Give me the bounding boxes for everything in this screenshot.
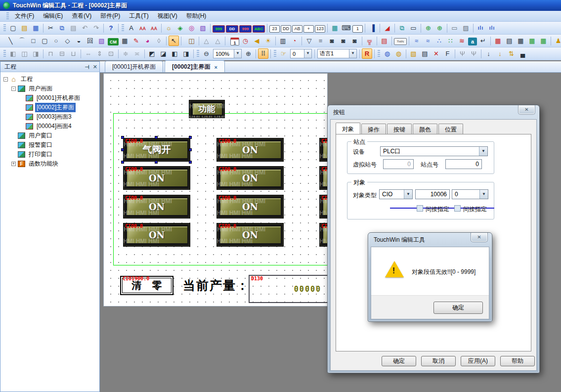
alarm-table-icon[interactable]: ▦ <box>493 36 503 46</box>
globe-upload-icon[interactable]: ⊕ <box>434 23 445 33</box>
backlight-icon[interactable]: ☀ <box>263 36 273 46</box>
fan-icon[interactable]: ◙ <box>338 36 348 46</box>
menu-item-2[interactable]: 查看(V) <box>67 10 96 22</box>
tree-item[interactable]: 报警窗口 <box>0 140 99 150</box>
selection-handle[interactable] <box>121 136 124 139</box>
object-number-input[interactable]: 10006 <box>415 189 450 199</box>
close-panel-icon[interactable]: ✕ <box>93 64 97 70</box>
tree-item[interactable]: +F函数功能块 <box>0 159 99 169</box>
thin-button-icon[interactable]: THIN <box>394 38 407 45</box>
date-icon[interactable]: 1 <box>230 38 239 45</box>
menu-item-5[interactable]: 视图(V) <box>153 10 182 22</box>
dialog-tab-0[interactable]: 对象 <box>336 123 360 135</box>
palette-icon[interactable]: ◕ <box>142 36 153 46</box>
dialog-button-3[interactable]: 帮助 <box>500 356 535 366</box>
trend-chart-icon[interactable]: ≈ <box>411 36 422 46</box>
hmi-button[interactable]: HMI HMI HMI HMI HMI HMI HMI HMI CIO0.0ON <box>123 195 190 218</box>
chevron-down-icon[interactable]: ▼ <box>404 190 412 199</box>
selection-handle[interactable] <box>121 148 124 151</box>
object-type-select[interactable]: CIO ▼ <box>379 189 413 199</box>
dialog-tab-1[interactable]: 操作 <box>361 124 386 135</box>
ship-icon[interactable]: ◢ <box>382 23 392 33</box>
save-icon[interactable]: ▦ <box>31 23 41 33</box>
tree-item[interactable]: 打印窗口 <box>0 150 99 159</box>
globe-download-icon[interactable]: ⊕ <box>423 23 433 33</box>
picture-icon[interactable]: ▧ <box>96 36 107 46</box>
operator1-icon[interactable]: ♟ <box>553 36 561 46</box>
message-ok-button[interactable]: 确定 <box>433 302 483 314</box>
funnel-icon[interactable]: ▽ <box>304 36 314 46</box>
function-key-icon[interactable]: F <box>442 48 453 59</box>
hmi-button[interactable]: HMI HMI HMI HMI HMI HMI HMI HMI CIO0.0 <box>319 223 328 247</box>
text-icon[interactable]: A <box>126 23 136 33</box>
hmi-button[interactable]: HMI HMI HMI HMI HMI HMI HMI HMI CIO0.0 <box>319 138 328 162</box>
indicator-lamp-icon[interactable]: ☼ <box>164 23 174 33</box>
new-file-icon[interactable]: ▢ <box>8 23 18 33</box>
dialog-button-1[interactable]: 取消 <box>421 356 456 366</box>
hmi-button[interactable]: HMI HMI HMI HMI HMI HMI HMI HMI CIO0.0ON <box>123 223 190 247</box>
download-icon[interactable]: ↓ <box>483 48 494 59</box>
chevron-down-icon[interactable]: ▼ <box>479 190 488 199</box>
display-table-icon[interactable]: ▤ <box>504 36 515 46</box>
polygon-icon[interactable]: ◇ <box>62 36 73 46</box>
indirect1-checkbox[interactable] <box>417 205 423 212</box>
mask1-icon[interactable]: ◍ <box>382 48 392 59</box>
hmi-button[interactable]: HMI HMI HMI HMI HMI HMI HMI HMI CIO0.0ON <box>216 195 284 218</box>
tab-close-icon[interactable]: × <box>214 64 217 70</box>
hmi-button[interactable]: HMI HMI HMI HMI HMI HMI HMI HMI CIO0.0ON <box>123 166 190 190</box>
ellipse-icon[interactable]: ○ <box>51 36 61 46</box>
data-display-icon[interactable]: DD <box>226 25 238 33</box>
hmi-data-display[interactable]: D130 00000 <box>249 275 328 303</box>
flat-rect-icon[interactable]: ▭ <box>449 23 460 33</box>
window-copy-icon[interactable]: ⧉ <box>397 23 407 33</box>
pump-icon[interactable]: ◙ <box>327 36 337 46</box>
hmi-button[interactable]: HMI HMI HMI HMI HMI HMI HMI HMI CIO0.0ON <box>216 223 284 247</box>
text-rotate-left-icon[interactable]: ᴀᴀ <box>137 23 148 33</box>
arc-icon[interactable]: ⌒ <box>17 36 27 46</box>
tree-item[interactable]: -⌂工程 <box>0 75 99 84</box>
text-box-icon[interactable]: AB <box>292 25 302 33</box>
dialog-button-2[interactable]: 应用(A) <box>461 356 495 366</box>
help-icon[interactable]: ? <box>106 23 116 33</box>
screen-canvas[interactable]: HMI HMI HMI HMI HMI HMI HMI HMI 功能 HMI H… <box>103 73 328 306</box>
keyboard-icon[interactable]: ⌨ <box>341 23 351 33</box>
tree-item[interactable]: -用户画面 <box>0 84 99 93</box>
data-box-icon[interactable]: DD <box>281 25 291 33</box>
menu-item-3[interactable]: 部件(P) <box>96 10 125 22</box>
grid-table2-icon[interactable]: ▦ <box>538 36 549 46</box>
tree-expand-icon[interactable]: + <box>11 162 16 166</box>
selection-handle[interactable] <box>155 136 158 139</box>
touch-value-combo[interactable]: 0▼ <box>290 49 312 58</box>
mask2-icon[interactable]: ◍ <box>393 48 404 59</box>
bar-chart-icon[interactable]: ılı <box>475 23 486 33</box>
snap-bottom-icon[interactable]: ◪ <box>158 48 169 59</box>
touch-cursor-icon[interactable]: ☞ <box>278 48 289 59</box>
hmi-func-button[interactable]: HMI HMI HMI HMI HMI HMI HMI HMI 功能 <box>189 100 225 118</box>
dialog-tab-3[interactable]: 颜色 <box>413 124 437 135</box>
tree-item[interactable]: [00003]画面3 <box>0 112 99 122</box>
chevron-down-icon[interactable]: ▼ <box>234 49 241 58</box>
tree-expand-icon[interactable]: - <box>3 77 8 82</box>
scatter-icon[interactable]: ∴ <box>434 36 444 46</box>
object-sub-select[interactable]: 0 ▼ <box>452 189 488 199</box>
hmi-button[interactable]: HMI HMI HMI HMI HMI HMI HMI HMI CIO0.0气阀… <box>123 138 190 162</box>
selection-handle[interactable] <box>121 161 124 164</box>
meter-icon[interactable]: ◔ <box>289 36 300 46</box>
hatch-rect-icon[interactable]: ▨ <box>461 23 471 33</box>
frame-icon[interactable]: 回 <box>85 36 95 46</box>
value-box-icon[interactable]: 23 <box>269 25 280 33</box>
tree-item[interactable]: [00001]开机界面 <box>0 93 99 103</box>
selection-handle[interactable] <box>155 161 158 164</box>
chevron-down-icon[interactable]: ▼ <box>479 147 487 156</box>
menu-item-6[interactable]: 帮助(H) <box>182 10 211 22</box>
editor-tab-0[interactable]: [00001]开机界面 <box>105 61 163 72</box>
hmi-button[interactable]: HMI HMI HMI HMI HMI HMI HMI HMI CIO0.0ON <box>216 138 284 162</box>
clock-icon[interactable]: ◷ <box>240 36 251 46</box>
level-bar-icon[interactable]: ▐ <box>367 23 378 33</box>
virtual-station-input[interactable]: 0 <box>383 159 414 169</box>
enter-icon[interactable]: ↵ <box>478 36 488 46</box>
language-combo[interactable]: 语言1▼ <box>317 49 357 58</box>
sector-icon[interactable]: ◒ <box>74 36 84 46</box>
device-select[interactable]: PLC口 ▼ <box>380 146 488 156</box>
cut-icon[interactable]: ✂ <box>45 23 56 33</box>
